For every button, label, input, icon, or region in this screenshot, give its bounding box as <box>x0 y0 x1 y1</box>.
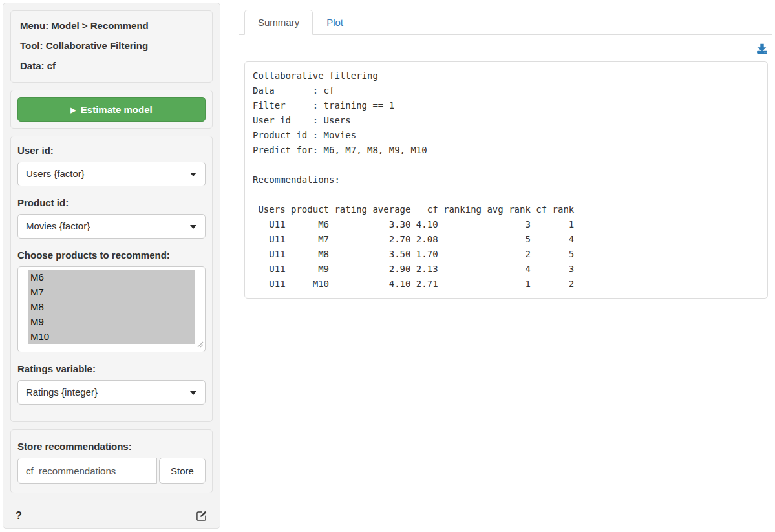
products-label: Choose products to recommend: <box>17 249 206 262</box>
tab-summary[interactable]: Summary <box>244 10 313 35</box>
products-listbox[interactable]: M6 M7 M8 M9 M10 <box>17 266 206 352</box>
edit-icon[interactable] <box>196 510 207 522</box>
product-id-value: Movies {factor} <box>26 220 90 231</box>
download-icon[interactable] <box>756 43 768 54</box>
play-icon: ▶ <box>70 106 76 114</box>
caret-down-icon <box>190 173 196 176</box>
tab-plot[interactable]: Plot <box>313 10 357 35</box>
main-content: Summary Plot Collaborative filtering Dat… <box>239 3 772 529</box>
menu-breadcrumb: Menu: Model > Recommend <box>20 19 203 32</box>
option-m7[interactable]: M7 <box>28 284 195 299</box>
product-id-label: Product id: <box>17 197 206 209</box>
user-id-label: User id: <box>17 144 206 157</box>
ratings-select[interactable]: Ratings {integer} <box>17 380 206 405</box>
tool-name: Tool: Collaborative Filtering <box>20 39 203 52</box>
ratings-label: Ratings variable: <box>17 363 206 376</box>
estimate-model-button[interactable]: ▶Estimate model <box>17 97 206 122</box>
model-info-panel: Menu: Model > Recommend Tool: Collaborat… <box>10 10 213 83</box>
sidebar-footer: ? <box>10 507 213 523</box>
caret-down-icon <box>190 391 196 395</box>
store-label: Store recommendations: <box>17 440 206 453</box>
caret-down-icon <box>190 225 196 229</box>
ratings-value: Ratings {integer} <box>26 387 98 398</box>
dataset-name: Data: cf <box>20 59 203 72</box>
toolbar-row <box>239 35 772 56</box>
estimate-model-label: Estimate model <box>81 104 153 115</box>
help-button[interactable]: ? <box>16 510 22 522</box>
option-m6[interactable]: M6 <box>28 270 195 284</box>
user-id-value: Users {factor} <box>26 168 85 179</box>
app-root: Menu: Model > Recommend Tool: Collaborat… <box>0 0 775 531</box>
model-controls-panel: User id: Users {factor} Product id: Movi… <box>10 136 213 422</box>
product-id-select[interactable]: Movies {factor} <box>17 214 206 239</box>
store-button[interactable]: Store <box>159 458 206 484</box>
option-m9[interactable]: M9 <box>28 314 195 329</box>
tab-bar: Summary Plot <box>239 10 772 35</box>
user-id-select[interactable]: Users {factor} <box>17 162 206 186</box>
store-name-input[interactable] <box>17 458 157 484</box>
sidebar: Menu: Model > Recommend Tool: Collaborat… <box>3 3 220 529</box>
option-m8[interactable]: M8 <box>28 299 195 314</box>
resize-handle-icon[interactable] <box>197 339 204 350</box>
summary-output: Collaborative filtering Data : cf Filter… <box>244 61 768 299</box>
store-input-group: Store <box>17 458 206 484</box>
store-panel: Store recommendations: Store <box>10 429 213 493</box>
estimate-panel: ▶Estimate model <box>10 90 213 129</box>
option-m10[interactable]: M10 <box>28 329 195 344</box>
